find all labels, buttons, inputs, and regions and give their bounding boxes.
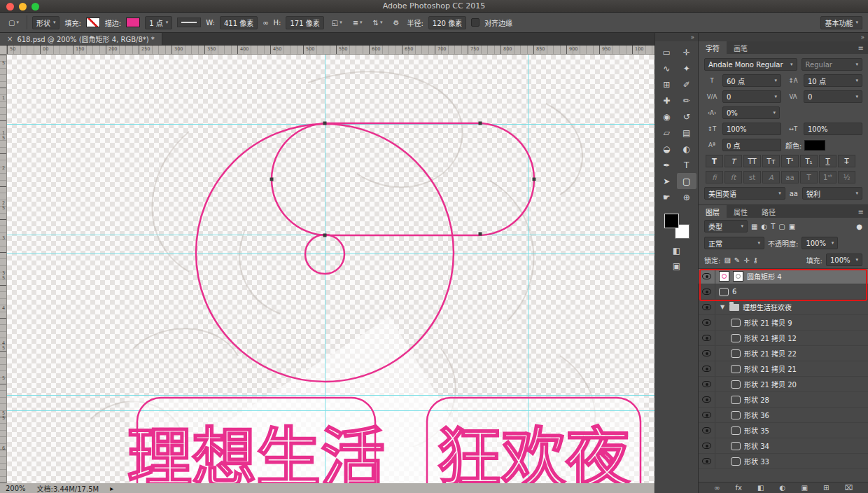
fractions-button[interactable]: ½ [838, 171, 855, 183]
layer-name[interactable]: 形状 21 拷贝 21 [744, 363, 797, 374]
anchor-point[interactable] [270, 178, 274, 181]
layer-row[interactable]: 形状 34 [699, 438, 868, 454]
visibility-toggle[interactable] [699, 392, 715, 407]
lock-position-icon[interactable]: ✛ [743, 256, 749, 264]
zoom-window-button[interactable] [31, 3, 39, 11]
baseline-shift-field[interactable]: 0 点 [722, 139, 781, 151]
layer-name[interactable]: 理想生活狂欢夜 [743, 302, 792, 312]
stroke-swatch[interactable] [126, 18, 140, 27]
layer-name[interactable]: 形状 34 [744, 440, 769, 451]
filter-pixel-layers-icon[interactable]: ▦ [751, 223, 757, 230]
layer-filter-select[interactable]: 类型 ▾ [704, 220, 748, 232]
tab-paths[interactable]: 路径 [755, 205, 783, 218]
font-family-select[interactable]: Andale Mono Regular ▾ [704, 58, 797, 71]
opacity-field[interactable]: 100% ▾ [802, 237, 838, 249]
visibility-toggle[interactable] [699, 331, 715, 345]
radius-field[interactable]: 120 像素 [428, 16, 466, 29]
path-selection-tool[interactable]: ➤ [657, 173, 677, 189]
layer-row[interactable]: 圆角矩形 4 [699, 269, 868, 284]
filter-adjustment-layers-icon[interactable]: ◐ [761, 223, 767, 230]
layer-effects-icon[interactable]: fx [736, 485, 742, 492]
shape-width-field[interactable]: 411 像素 [220, 16, 258, 29]
eyedropper-tool[interactable]: ✐ [677, 76, 697, 92]
path-alignment-button[interactable]: ≣ ▾ [350, 16, 365, 29]
visibility-toggle[interactable] [699, 346, 715, 361]
path-operations-button[interactable]: ◱ ▾ [329, 16, 345, 29]
tab-brush[interactable]: 画笔 [727, 41, 755, 54]
anchor-point[interactable] [323, 234, 327, 237]
canvas[interactable]: 理想生活 狂欢夜 [7, 55, 654, 483]
type-tool[interactable]: T [677, 157, 697, 173]
rounded-rectangle-path[interactable] [272, 123, 534, 235]
layer-fill-field[interactable]: 100% ▾ [826, 254, 862, 266]
workspace-switcher[interactable]: 基本功能 ▾ [820, 16, 862, 29]
anchor-point[interactable] [323, 122, 327, 125]
tab-properties[interactable]: 属性 [727, 205, 755, 218]
antialias-select[interactable]: 锐利 ▾ [802, 187, 862, 200]
faux-bold-button[interactable]: T [706, 155, 723, 167]
layer-group-row[interactable]: ▼ 理想生活狂欢夜 [699, 300, 868, 315]
underline-button[interactable]: T [819, 155, 836, 167]
strikethrough-button[interactable]: T [838, 155, 855, 167]
tracking-field[interactable]: 0 ▾ [804, 90, 862, 103]
filter-shape-layers-icon[interactable]: ▢ [778, 223, 785, 230]
layer-row[interactable]: 形状 21 拷贝 21 [699, 361, 868, 377]
font-style-select[interactable]: Regular ▾ [802, 58, 862, 71]
layer-row[interactable]: 形状 21 拷贝 9 [699, 315, 868, 331]
layer-name[interactable]: 形状 21 拷贝 20 [744, 379, 797, 389]
artwork-text-left[interactable]: 理想生活 [127, 421, 385, 483]
layer-name[interactable]: 形状 36 [744, 410, 769, 420]
visibility-toggle[interactable] [699, 300, 715, 314]
lock-transparency-icon[interactable]: ▨ [724, 256, 730, 264]
status-flyout-icon[interactable]: ▸ [110, 485, 113, 492]
visibility-toggle[interactable] [699, 315, 715, 330]
gradient-tool[interactable]: ▤ [677, 125, 697, 141]
shape-options-button[interactable]: ⚙ [391, 16, 402, 29]
crop-tool[interactable]: ⊞ [657, 76, 677, 92]
eraser-tool[interactable]: ▱ [657, 125, 677, 141]
blur-tool[interactable]: ◒ [657, 141, 677, 157]
layer-name[interactable]: 形状 21 拷贝 12 [744, 333, 797, 343]
layer-row[interactable]: 形状 33 [699, 454, 868, 469]
kerning-field[interactable]: 0 ▾ [722, 90, 781, 103]
anchor-point[interactable] [479, 122, 482, 125]
layer-name[interactable]: 形状 33 [744, 456, 769, 466]
leading-field[interactable]: 10 点 ▾ [804, 74, 862, 87]
visibility-toggle[interactable] [699, 361, 715, 376]
zoom-tool[interactable]: ⊕ [677, 189, 697, 205]
path-arrangement-button[interactable]: ⇅ ▾ [370, 16, 386, 29]
layer-row[interactable]: 形状 21 拷贝 12 [699, 331, 868, 346]
lock-all-icon[interactable]: ⚷ [753, 256, 758, 264]
new-layer-icon[interactable]: ⊞ [823, 485, 829, 492]
layer-name[interactable]: 形状 35 [744, 425, 769, 436]
visibility-toggle[interactable] [699, 269, 715, 284]
visibility-toggle[interactable] [699, 423, 715, 438]
discretionary-ligatures-button[interactable]: st [743, 171, 761, 183]
filter-smart-objects-icon[interactable]: ▣ [789, 223, 795, 230]
subscript-button[interactable]: T₁ [800, 155, 818, 167]
layer-row[interactable]: 形状 28 [699, 392, 868, 408]
layer-row[interactable]: 6 [699, 284, 868, 300]
faux-italic-button[interactable]: T [724, 155, 742, 167]
blend-mode-select[interactable]: 正常 ▾ [704, 237, 764, 249]
align-edges-checkbox[interactable] [471, 18, 479, 27]
document-tab[interactable]: × 618.psd @ 200% (圆角矩形 4, RGB/8*) * [0, 33, 162, 45]
tool-preset-picker[interactable]: ▢ ▾ [6, 16, 22, 29]
vertical-scale-field[interactable]: 100% [722, 123, 781, 135]
horizontal-scale-field[interactable]: 100% [804, 123, 862, 135]
tool-mode-select[interactable]: 形状 ▾ [32, 16, 60, 29]
layer-mask-icon[interactable]: ◧ [757, 485, 764, 492]
close-document-icon[interactable]: × [7, 35, 13, 43]
layer-name[interactable]: 形状 21 拷贝 22 [744, 348, 797, 359]
group-expand-caret[interactable]: ▼ [719, 304, 726, 310]
small-caps-button[interactable]: Tᴛ [762, 155, 780, 167]
visibility-toggle[interactable] [699, 284, 715, 299]
language-select[interactable]: 美国英语 ▾ [704, 187, 785, 200]
healing-brush-tool[interactable]: ✚ [657, 92, 677, 109]
vertical-ruler[interactable]: 5 1 15 2 25 3 35 4 45 5 55 6 [0, 55, 7, 483]
swash-button[interactable]: A [762, 171, 780, 183]
visibility-toggle[interactable] [699, 408, 715, 422]
clone-stamp-tool[interactable]: ◉ [657, 109, 677, 125]
layer-row[interactable]: 形状 35 [699, 423, 868, 438]
tsume-field[interactable]: 0% ▾ [722, 106, 780, 119]
